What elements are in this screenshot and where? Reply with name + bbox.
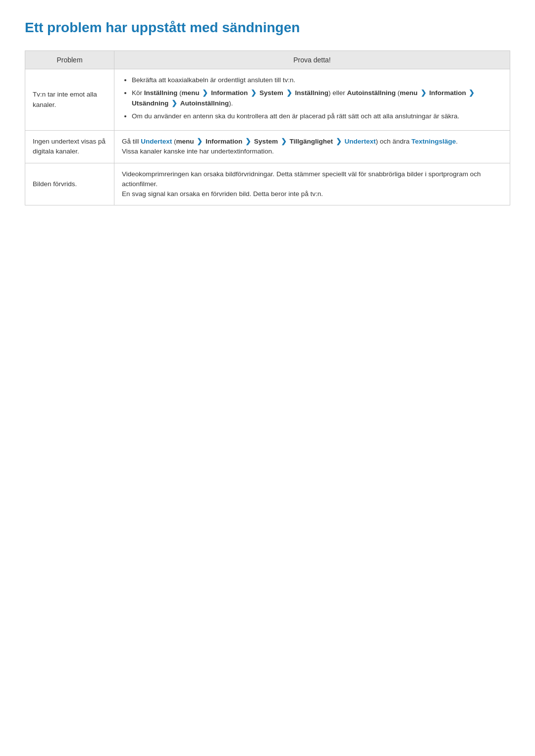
solution-cell-1: Bekräfta att koaxialkabeln är ordentligt… — [114, 69, 510, 131]
problem-cell-1: Tv:n tar inte emot alla kanaler. — [25, 69, 114, 131]
solution-cell-3: Videokomprimreringen kan orsaka bildförv… — [114, 163, 510, 205]
page-title: Ett problem har uppstått med sändningen — [25, 20, 510, 36]
col-solution-header: Prova detta! — [114, 51, 510, 69]
table-row: Bilden förvrids. Videokomprimreringen ka… — [25, 163, 510, 205]
col-problem-header: Problem — [25, 51, 114, 69]
problem-cell-3: Bilden förvrids. — [25, 163, 114, 205]
solution-cell-2: Gå till Undertext (menu ❯ Information ❯ … — [114, 131, 510, 163]
list-item: Kör Inställning (menu ❯ Information ❯ Sy… — [132, 88, 502, 108]
problem-cell-2: Ingen undertext visas på digitala kanale… — [25, 131, 114, 163]
problem-table: Problem Prova detta! Tv:n tar inte emot … — [25, 50, 510, 205]
table-row: Ingen undertext visas på digitala kanale… — [25, 131, 510, 163]
table-row: Tv:n tar inte emot alla kanaler. Bekräft… — [25, 69, 510, 131]
table-header-row: Problem Prova detta! — [25, 51, 510, 69]
list-item: Bekräfta att koaxialkabeln är ordentligt… — [132, 75, 502, 85]
list-item: Om du använder en antenn ska du kontroll… — [132, 111, 502, 121]
